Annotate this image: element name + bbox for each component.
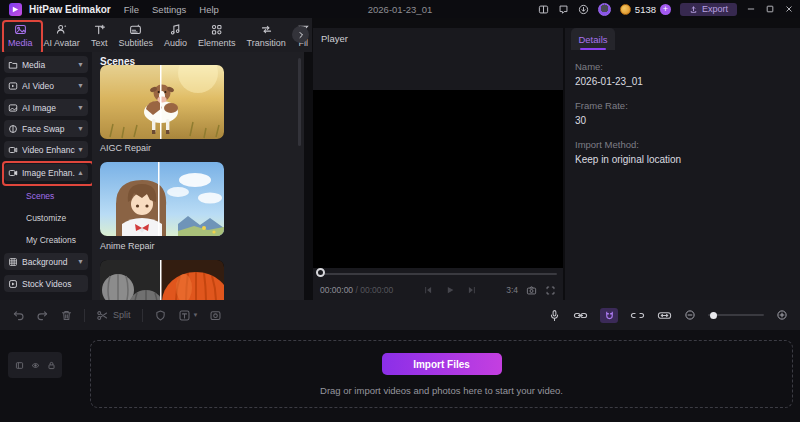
export-label: Export xyxy=(702,4,728,14)
field-value-import-method: Keep in original location xyxy=(575,154,681,165)
sidebar-subitem-my-creations[interactable]: My Creations xyxy=(26,235,76,245)
tab-transition[interactable]: Transition xyxy=(246,23,285,48)
magnet-snap-toggle[interactable] xyxy=(600,308,618,323)
player-seek-bar[interactable] xyxy=(318,273,557,275)
sidebar-subitem-scenes[interactable]: Scenes xyxy=(26,191,54,201)
sidebar-item-face-swap[interactable]: Face Swap▼ xyxy=(4,120,88,137)
mic-icon[interactable] xyxy=(548,309,561,322)
player-seek-handle[interactable] xyxy=(316,268,325,277)
menu-file[interactable]: File xyxy=(124,4,139,15)
chevron-down-icon: ▼ xyxy=(77,125,84,132)
field-value-frame-rate: 30 xyxy=(575,115,681,126)
details-panel: Details Name: 2026-01-23_01 Frame Rate: … xyxy=(565,28,800,300)
user-avatar[interactable] xyxy=(598,3,611,16)
sidebar-item-image-enhancer[interactable]: Image Enhan...▲ xyxy=(4,164,88,181)
titlebar-actions: 5138 + Export xyxy=(538,0,794,18)
timeline-toolbar: Split ▼ xyxy=(0,300,800,330)
link-icon[interactable] xyxy=(573,309,588,322)
tab-details[interactable]: Details xyxy=(571,28,615,50)
chevron-down-icon: ▼ xyxy=(77,104,84,111)
chevron-down-icon: ▼ xyxy=(77,258,84,265)
play-icon[interactable] xyxy=(445,285,455,295)
timeline-zoom-slider[interactable] xyxy=(708,314,764,316)
stock-videos-icon xyxy=(8,279,18,289)
toolbar-divider xyxy=(142,309,143,322)
chevron-down-icon: ▼ xyxy=(77,82,84,89)
scene-thumbnail-pumpkins[interactable] xyxy=(100,260,224,300)
image-enhancer-icon xyxy=(8,168,18,178)
audio-icon xyxy=(169,23,182,36)
tab-ai-avatar[interactable]: AI Avatar xyxy=(44,23,80,48)
tab-elements[interactable]: Elements xyxy=(198,23,236,48)
snapshot-camera-icon[interactable] xyxy=(526,285,537,296)
track-header xyxy=(8,352,62,378)
sidebar-item-background[interactable]: Background▼ xyxy=(4,253,88,270)
app-window: HitPaw Edimakor File Settings Help 2026-… xyxy=(0,0,800,422)
trash-icon[interactable] xyxy=(60,309,73,322)
zoom-slider-handle[interactable] xyxy=(710,312,717,319)
skip-forward-icon[interactable] xyxy=(467,285,477,295)
unlink-icon[interactable] xyxy=(630,309,645,322)
fit-timeline-icon[interactable] xyxy=(657,309,672,322)
sidebar-item-stock-videos[interactable]: Stock Videos xyxy=(4,275,88,292)
ribbon-tabs: Media AI Avatar Text Subtitles Audio xyxy=(0,18,312,52)
track-video-icon[interactable] xyxy=(15,361,24,370)
sidebar-subitem-customize[interactable]: Customize xyxy=(26,213,66,223)
tabs-overflow-button[interactable] xyxy=(292,26,309,43)
menu-settings[interactable]: Settings xyxy=(152,4,186,15)
player-panel: Player 00:00:00 / 00:00:00 3:4 xyxy=(313,28,563,300)
field-label-frame-rate: Frame Rate: xyxy=(575,100,681,111)
tab-text[interactable]: Text xyxy=(91,23,108,48)
track-eye-icon[interactable] xyxy=(31,361,40,370)
elements-icon xyxy=(210,23,223,36)
title-bar: HitPaw Edimakor File Settings Help 2026-… xyxy=(0,0,800,18)
field-label-name: Name: xyxy=(575,61,681,72)
redo-icon[interactable] xyxy=(36,309,49,322)
transition-icon xyxy=(260,23,273,36)
player-right-controls: 3:4 xyxy=(506,285,556,296)
credits-badge[interactable]: 5138 + xyxy=(620,4,671,15)
zoom-in-icon[interactable] xyxy=(776,309,788,321)
menu-help[interactable]: Help xyxy=(199,4,219,15)
timeline-area: Import Files Drag or import videos and p… xyxy=(0,330,800,422)
toolbar-left-group: Split ▼ xyxy=(12,309,222,322)
chat-icon[interactable] xyxy=(558,4,569,15)
layout-panels-icon[interactable] xyxy=(538,4,549,15)
video-preview[interactable] xyxy=(313,90,563,268)
snapshot-icon[interactable] xyxy=(209,309,222,322)
undo-icon[interactable] xyxy=(12,309,25,322)
background-icon xyxy=(8,257,18,267)
fullscreen-icon[interactable] xyxy=(545,285,556,296)
chevron-down-icon: ▼ xyxy=(77,61,84,68)
video-enhancer-icon xyxy=(8,145,18,155)
tab-media[interactable]: Media xyxy=(8,23,33,48)
folder-icon xyxy=(8,60,18,70)
export-button[interactable]: Export xyxy=(680,3,737,16)
text-tool-button[interactable]: ▼ xyxy=(178,309,199,322)
scene-thumbnail-aigc-repair[interactable] xyxy=(100,65,224,139)
tab-subtitles[interactable]: Subtitles xyxy=(118,23,153,48)
zoom-out-icon[interactable] xyxy=(684,309,696,321)
media-drop-zone[interactable]: Import Files Drag or import videos and p… xyxy=(90,340,793,408)
scissors-icon xyxy=(96,309,109,322)
maximize-icon[interactable] xyxy=(765,4,775,14)
sidebar-item-media[interactable]: Media▼ xyxy=(4,56,88,73)
track-lock-icon[interactable] xyxy=(47,361,56,370)
sidebar-item-video-enhancer[interactable]: Video Enhancer▼ xyxy=(4,141,88,158)
close-icon[interactable] xyxy=(784,4,794,14)
split-button[interactable]: Split xyxy=(96,309,131,322)
scene-thumbnail-anime-repair[interactable] xyxy=(100,162,224,236)
scenes-scrollbar[interactable] xyxy=(298,58,301,146)
import-files-button[interactable]: Import Files xyxy=(382,353,502,375)
sidebar-item-ai-image[interactable]: AI Image▼ xyxy=(4,99,88,116)
player-title: Player xyxy=(321,33,348,44)
add-credits-button[interactable]: + xyxy=(660,4,671,15)
minimize-icon[interactable] xyxy=(746,4,756,14)
scenes-panel: Scenes xyxy=(92,52,304,300)
tab-audio[interactable]: Audio xyxy=(164,23,187,48)
sidebar-item-ai-video[interactable]: AI Video▼ xyxy=(4,77,88,94)
skip-back-icon[interactable] xyxy=(423,285,433,295)
aspect-ratio-selector[interactable]: 3:4 xyxy=(506,285,518,295)
mask-icon[interactable] xyxy=(154,309,167,322)
download-icon[interactable] xyxy=(578,4,589,15)
